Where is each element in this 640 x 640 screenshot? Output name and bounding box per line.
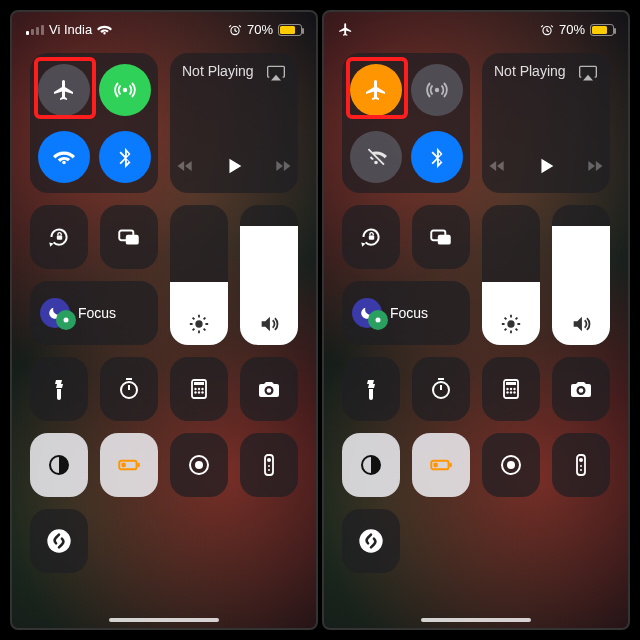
moon-icon — [352, 298, 382, 328]
airplay-icon[interactable] — [266, 63, 286, 83]
volume-slider[interactable] — [552, 205, 610, 345]
dark-mode-toggle[interactable] — [342, 433, 400, 497]
moon-icon — [40, 298, 70, 328]
home-indicator[interactable] — [109, 618, 219, 622]
airplane-status-icon — [338, 22, 353, 37]
battery-percent: 70% — [247, 22, 273, 37]
screen-mirroring-button[interactable] — [412, 205, 470, 269]
flashlight-button[interactable] — [30, 357, 88, 421]
now-playing-label: Not Playing — [182, 63, 254, 79]
focus-label: Focus — [390, 305, 428, 321]
wifi-toggle[interactable] — [38, 131, 90, 183]
airplane-mode-toggle[interactable] — [350, 64, 402, 116]
media-module[interactable]: Not Playing — [170, 53, 298, 193]
screen-record-button[interactable] — [170, 433, 228, 497]
wifi-status-icon — [97, 22, 112, 37]
camera-button[interactable] — [552, 357, 610, 421]
apple-tv-remote-button[interactable] — [552, 433, 610, 497]
brightness-icon — [188, 313, 210, 335]
airplane-mode-toggle[interactable] — [38, 64, 90, 116]
status-bar: 70% — [324, 12, 628, 41]
brightness-slider[interactable] — [482, 205, 540, 345]
rotation-lock-toggle[interactable] — [342, 205, 400, 269]
next-track-button[interactable] — [585, 156, 605, 176]
focus-button[interactable]: Focus — [30, 281, 158, 345]
wifi-toggle[interactable] — [350, 131, 402, 183]
focus-label: Focus — [78, 305, 116, 321]
flashlight-button[interactable] — [342, 357, 400, 421]
connectivity-module[interactable] — [342, 53, 470, 193]
brightness-slider[interactable] — [170, 205, 228, 345]
signal-icon — [26, 25, 44, 35]
prev-track-button[interactable] — [175, 156, 195, 176]
low-power-mode-toggle[interactable] — [412, 433, 470, 497]
battery-icon — [278, 24, 302, 36]
connectivity-module[interactable] — [30, 53, 158, 193]
airplay-icon[interactable] — [578, 63, 598, 83]
alarm-icon — [540, 23, 554, 37]
low-power-mode-toggle[interactable] — [100, 433, 158, 497]
screen-mirroring-button[interactable] — [100, 205, 158, 269]
timer-button[interactable] — [100, 357, 158, 421]
next-track-button[interactable] — [273, 156, 293, 176]
media-module[interactable]: Not Playing — [482, 53, 610, 193]
shazam-button[interactable] — [342, 509, 400, 573]
now-playing-label: Not Playing — [494, 63, 566, 79]
rotation-lock-toggle[interactable] — [30, 205, 88, 269]
alarm-icon — [228, 23, 242, 37]
svg-point-35 — [64, 318, 69, 323]
control-center-screen-right: 70% Not Playing — [322, 10, 630, 630]
calculator-button[interactable] — [170, 357, 228, 421]
play-button[interactable] — [223, 155, 245, 177]
carrier-label: Vi India — [49, 22, 92, 37]
cellular-data-toggle[interactable] — [99, 64, 151, 116]
status-bar: Vi India 70% — [12, 12, 316, 41]
volume-icon — [258, 313, 280, 335]
bluetooth-toggle[interactable] — [411, 131, 463, 183]
apple-tv-remote-button[interactable] — [240, 433, 298, 497]
calculator-button[interactable] — [482, 357, 540, 421]
control-center-grid: Not Playing Focus — [324, 41, 628, 628]
timer-button[interactable] — [412, 357, 470, 421]
shazam-button[interactable] — [30, 509, 88, 573]
dark-mode-toggle[interactable] — [30, 433, 88, 497]
battery-percent: 70% — [559, 22, 585, 37]
camera-button[interactable] — [240, 357, 298, 421]
volume-slider[interactable] — [240, 205, 298, 345]
volume-icon — [570, 313, 592, 335]
brightness-icon — [500, 313, 522, 335]
control-center-screen-left: Vi India 70% Not Playing — [10, 10, 318, 630]
battery-icon — [590, 24, 614, 36]
bluetooth-toggle[interactable] — [99, 131, 151, 183]
home-indicator[interactable] — [421, 618, 531, 622]
play-button[interactable] — [535, 155, 557, 177]
prev-track-button[interactable] — [487, 156, 507, 176]
control-center-grid: Not Playing Focus — [12, 41, 316, 628]
focus-button[interactable]: Focus — [342, 281, 470, 345]
svg-point-36 — [376, 318, 381, 323]
screen-record-button[interactable] — [482, 433, 540, 497]
cellular-data-toggle[interactable] — [411, 64, 463, 116]
